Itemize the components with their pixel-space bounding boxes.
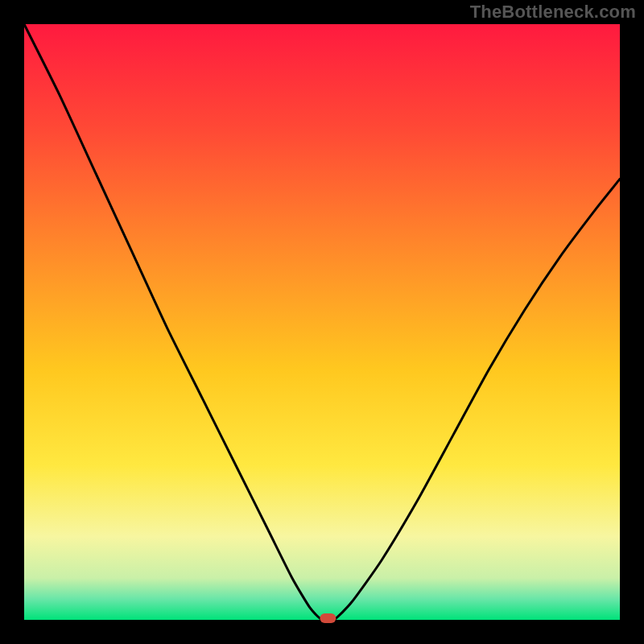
plot-background [24,24,620,620]
chart-svg [0,0,644,644]
valley-marker [320,613,336,623]
chart-frame: { "watermark": "TheBottleneck.com", "plo… [0,0,644,644]
watermark-text: TheBottleneck.com [470,2,636,23]
